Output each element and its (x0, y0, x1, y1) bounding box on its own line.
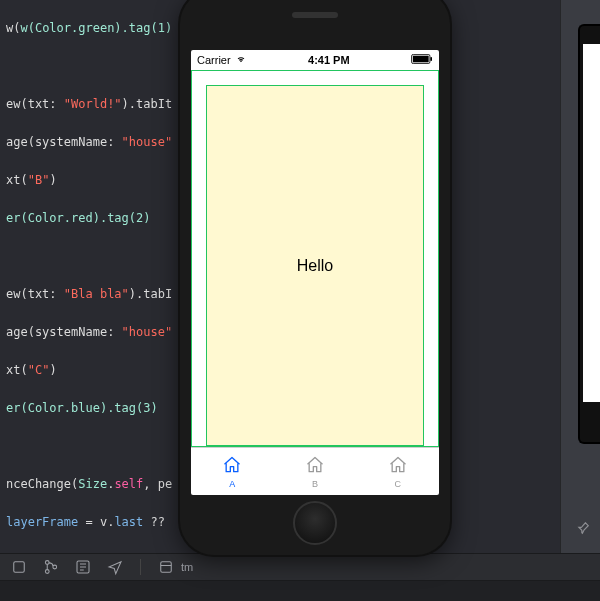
svg-rect-0 (14, 562, 25, 573)
preview-pane (560, 0, 600, 560)
square-icon[interactable] (10, 558, 28, 576)
breadcrumb-filename[interactable]: tm (181, 561, 193, 573)
breadcrumb-icon[interactable] (157, 558, 175, 576)
version-control-icon[interactable] (42, 558, 60, 576)
svg-rect-8 (430, 57, 432, 61)
tab-label: A (229, 479, 235, 489)
battery-icon (411, 54, 433, 66)
wifi-icon (235, 54, 247, 66)
svg-point-3 (53, 565, 57, 569)
tab-a[interactable]: A (191, 448, 274, 495)
svg-point-1 (45, 561, 49, 565)
yellow-overlay-view: Hello (206, 85, 424, 446)
tab-c[interactable]: C (356, 448, 439, 495)
svg-rect-5 (161, 562, 172, 573)
hello-label: Hello (297, 257, 333, 275)
tab-label: C (394, 479, 401, 489)
tab-bar: A B C (191, 447, 439, 495)
console-output: (0.0, 0.0, 0.0, 0.0) (0, 581, 600, 601)
simulator-device: Carrier 4:41 PM Hello A (180, 0, 450, 555)
adjust-icon[interactable] (74, 558, 92, 576)
tab-label: B (312, 479, 318, 489)
svg-point-2 (45, 570, 49, 574)
tab-b[interactable]: B (274, 448, 357, 495)
house-icon (304, 455, 326, 477)
editor-toolbar: tm (0, 553, 600, 581)
preview-device-thumbnail[interactable] (578, 24, 600, 444)
carrier-label: Carrier (197, 54, 231, 66)
status-bar: Carrier 4:41 PM (191, 50, 439, 70)
home-button[interactable] (293, 501, 337, 545)
simulator-screen: Carrier 4:41 PM Hello A (191, 50, 439, 495)
preview-canvas: Hello (191, 70, 439, 447)
navigate-icon[interactable] (106, 558, 124, 576)
status-clock: 4:41 PM (247, 54, 411, 66)
svg-rect-7 (413, 56, 429, 63)
house-icon (387, 455, 409, 477)
house-icon (221, 455, 243, 477)
pin-icon[interactable] (576, 521, 590, 538)
